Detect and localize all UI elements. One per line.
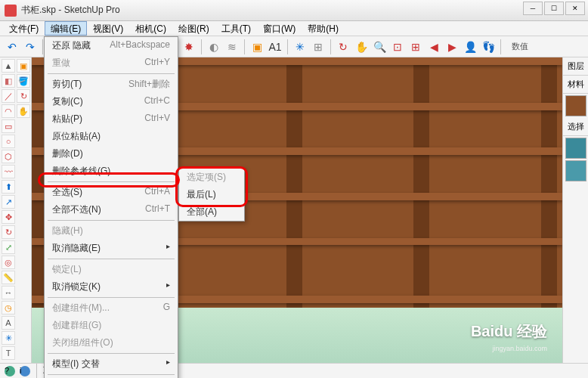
text-icon[interactable]: A1 [268, 39, 283, 54]
value-label: 数值 [512, 41, 528, 52]
watermark: Baidu 经验 [471, 321, 547, 342]
axes2-icon[interactable]: ✳ [2, 331, 15, 345]
pan-icon[interactable]: ✋ [354, 39, 369, 54]
redo-icon[interactable]: ↷ [23, 39, 38, 54]
swatch-wood[interactable] [565, 95, 586, 116]
materials-tab[interactable]: 材料 [563, 76, 588, 94]
menubar: 文件(F)编辑(E)视图(V)相机(C)绘图(R)工具(T)窗口(W)帮助(H) [0, 21, 588, 36]
edit-item-1: 重做Ctrl+Y [45, 54, 178, 72]
orbit-icon[interactable]: ↻ [336, 39, 351, 54]
prev-icon[interactable]: ◀ [426, 39, 441, 54]
right-panel: 图层 材料 选择 [562, 57, 588, 363]
menu-7[interactable]: 帮助(H) [302, 21, 345, 36]
section2-icon[interactable]: ▣ [17, 59, 30, 73]
undo-icon[interactable]: ↶ [5, 39, 20, 54]
window-title: 书柜.skp - SketchUp Pro [21, 4, 583, 17]
maximize-button[interactable]: ☐ [544, 2, 564, 15]
walk-icon[interactable]: 👣 [481, 39, 496, 54]
edit-item-6[interactable]: 原位粘贴(A) [45, 128, 178, 145]
poly-icon[interactable]: ⬡ [2, 150, 15, 163]
minimize-button[interactable]: ─ [523, 2, 543, 15]
fog-icon[interactable]: ≋ [224, 39, 240, 54]
scale-icon[interactable]: ⤢ [2, 240, 15, 254]
tool-palette: ▲◧ ／◠ ▭○ ⬡〰 ⬆↗ ✥↻ ⤢◎ 📏↔ ◷A ✳T ▣🪣 ↻✋ [0, 57, 32, 363]
protractor-icon[interactable]: ◷ [2, 301, 15, 314]
paint-icon[interactable]: 🪣 [17, 74, 30, 88]
info-icon[interactable]: i [20, 366, 30, 376]
edit-item-5[interactable]: 粘贴(P)Ctrl+V [45, 110, 178, 128]
next-icon[interactable]: ▶ [444, 39, 460, 54]
edit-item-8[interactable]: 删除参考线(G) [45, 163, 178, 180]
position-icon[interactable]: 👤 [463, 39, 478, 54]
edit-menu-dropdown: 还原 隐藏Alt+Backspace重做Ctrl+Y剪切(T)Shift+删除复… [44, 36, 178, 378]
menu-3[interactable]: 相机(C) [129, 21, 172, 36]
layers-tab[interactable]: 图层 [563, 57, 588, 76]
offset-icon[interactable]: ◎ [2, 256, 15, 269]
pan2-icon[interactable]: ✋ [17, 104, 30, 118]
edit-item-10[interactable]: 全选(S)Ctrl+A [45, 184, 178, 201]
arc-icon[interactable]: ◠ [2, 104, 15, 118]
edit-item-0[interactable]: 还原 隐藏Alt+Backspace [45, 37, 178, 54]
tape-icon[interactable]: 📏 [2, 271, 15, 284]
circle-icon[interactable]: ○ [2, 135, 15, 148]
swatch-teal2[interactable] [565, 160, 586, 181]
menu-1[interactable]: 编辑(E) [45, 21, 87, 36]
rotate-icon[interactable]: ↻ [2, 225, 15, 239]
style3-icon[interactable]: ✸ [181, 39, 197, 54]
close-button[interactable]: ✕ [565, 2, 585, 15]
unhide-item-2[interactable]: 全部(A) [179, 203, 244, 221]
eraser-icon[interactable]: ◧ [2, 74, 15, 88]
menu-0[interactable]: 文件(F) [3, 21, 45, 36]
edit-item-20: 创建群组(G) [45, 317, 178, 334]
dim-icon[interactable]: ↔ [2, 286, 15, 299]
shadow-icon[interactable]: ◐ [206, 39, 221, 54]
follow-icon[interactable]: ↗ [2, 195, 15, 209]
menu-5[interactable]: 工具(T) [215, 21, 257, 36]
freehand-icon[interactable]: 〰 [2, 165, 15, 178]
menu-6[interactable]: 窗口(W) [257, 21, 302, 36]
edit-item-4[interactable]: 复制(C)Ctrl+C [45, 93, 178, 110]
move-icon[interactable]: ✥ [2, 210, 15, 224]
zoom-extents-icon[interactable]: ⊞ [408, 39, 423, 54]
edit-item-14[interactable]: 取消隐藏(E) [45, 240, 178, 257]
menu-2[interactable]: 视图(V) [87, 21, 129, 36]
orbit2-icon[interactable]: ↻ [17, 89, 30, 103]
unhide-item-1[interactable]: 最后(L) [179, 186, 244, 203]
hidden-icon[interactable]: ⊞ [311, 39, 326, 54]
edit-item-17[interactable]: 取消锁定(K) [45, 278, 178, 296]
window-controls: ─ ☐ ✕ [523, 2, 585, 15]
watermark-url: jingyan.baidu.com [492, 345, 547, 352]
unhide-item-0: 选定项(S) [179, 169, 244, 186]
axes-icon[interactable]: ✳ [292, 39, 308, 54]
swatch-teal1[interactable] [565, 138, 586, 159]
edit-item-21: 关闭组/组件(O) [45, 334, 178, 352]
zoom-window-icon[interactable]: ⊡ [390, 39, 405, 54]
zoom-icon[interactable]: 🔍 [372, 39, 387, 54]
line-icon[interactable]: ／ [2, 89, 15, 103]
push-icon[interactable]: ⬆ [2, 180, 15, 194]
edit-item-11[interactable]: 全部不选(N)Ctrl+T [45, 201, 178, 218]
label-icon[interactable]: A [2, 316, 15, 330]
menu-4[interactable]: 绘图(R) [172, 21, 215, 36]
select-tab[interactable]: 选择 [563, 118, 588, 136]
select-icon[interactable]: ▲ [2, 59, 15, 73]
edit-item-16: 锁定(L) [45, 261, 178, 278]
edit-item-19: 创建组件(M)...G [45, 299, 178, 317]
unhide-submenu: 选定项(S)最后(L)全部(A) [178, 168, 245, 222]
app-icon [5, 5, 17, 17]
edit-item-23[interactable]: 模型(I) 交替 [45, 355, 178, 373]
section-icon[interactable]: ▣ [249, 39, 265, 54]
rect-icon[interactable]: ▭ [2, 119, 15, 133]
edit-item-13: 隐藏(H) [45, 222, 178, 240]
edit-item-3[interactable]: 剪切(T)Shift+删除 [45, 76, 178, 93]
edit-item-7[interactable]: 删除(D) [45, 145, 178, 163]
titlebar: 书柜.skp - SketchUp Pro ─ ☐ ✕ [0, 0, 588, 21]
help-icon[interactable]: ? [5, 366, 15, 376]
3dtext-icon[interactable]: T [2, 346, 15, 360]
